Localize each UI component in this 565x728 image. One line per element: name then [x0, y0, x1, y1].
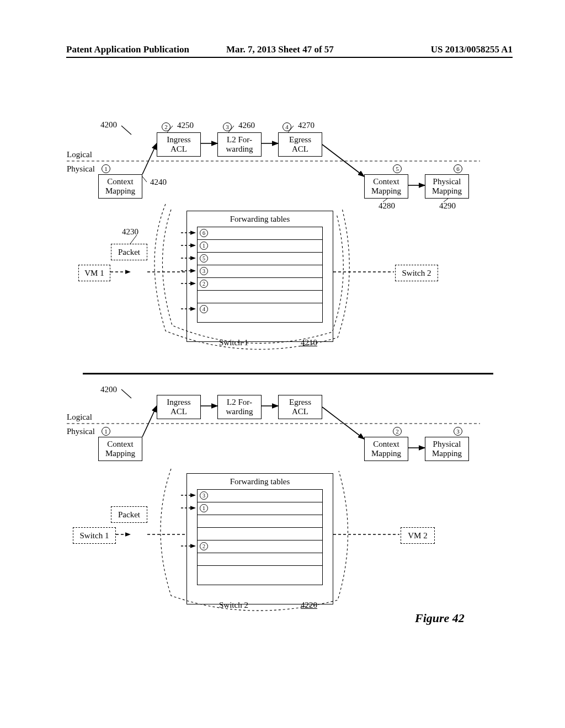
- forwarding-tables-title-top: Forwarding tables: [187, 215, 333, 224]
- packet-box-bottom: Packet: [111, 506, 147, 523]
- header-mid: Mar. 7, 2013 Sheet 47 of 57: [226, 44, 334, 55]
- forwarding-tables-title-bottom: Forwarding tables: [187, 477, 333, 486]
- context-mapping-right-bottom: Context Mapping: [364, 437, 408, 461]
- row-step-icon: 1: [200, 504, 208, 512]
- figure-divider: [83, 373, 493, 374]
- context-mapping-right-top: Context Mapping: [364, 174, 408, 199]
- ref-4250: 4250: [177, 121, 194, 130]
- step-3-circle: 3: [223, 122, 232, 131]
- table-row: [198, 566, 322, 579]
- svg-line-25: [142, 406, 157, 437]
- l2-forwarding-box-top: L2 For- warding: [217, 132, 262, 157]
- step-5-circle-top: 5: [393, 164, 402, 173]
- svg-line-24: [121, 389, 131, 398]
- vm2-box: VM 2: [401, 527, 435, 544]
- svg-line-1: [121, 126, 131, 135]
- step-2-circle-bottom: 2: [393, 427, 402, 436]
- physical-label-top: Physical: [67, 164, 95, 174]
- vm1-box: VM 1: [78, 265, 110, 281]
- table-row: [198, 528, 322, 540]
- ref-4290: 4290: [439, 201, 456, 211]
- switch2-box-top: Switch 2: [395, 265, 438, 281]
- physical-mapping-top: Physical Mapping: [425, 174, 469, 199]
- ref-4260: 4260: [238, 121, 255, 130]
- switch-name-top: Switch 1: [219, 338, 248, 347]
- svg-line-12: [322, 144, 364, 176]
- row-step-icon: 4: [200, 305, 208, 313]
- switch1-box-bottom: Switch 1: [73, 527, 116, 544]
- physical-label-bottom: Physical: [67, 427, 95, 436]
- step-4-circle: 4: [282, 122, 291, 131]
- ref-4270: 4270: [298, 121, 315, 130]
- l2-forwarding-box-bottom: L2 For- warding: [217, 395, 262, 419]
- row-step-icon: 1: [200, 242, 208, 250]
- switch1-box: Forwarding tables 6 1 5 3 2 4 Switch 1 4…: [186, 211, 333, 342]
- step-1-circle-bottom: 1: [102, 427, 110, 436]
- switch-num-bottom: 4220: [301, 601, 317, 610]
- table-row: [198, 291, 322, 303]
- row-step-icon: 3: [200, 491, 208, 500]
- svg-line-5: [142, 176, 147, 182]
- table-row: 2: [198, 540, 322, 553]
- ingress-acl-box-top: Ingress ACL: [157, 132, 201, 157]
- logical-label-bottom: Logical: [67, 413, 92, 422]
- physical-mapping-bottom: Physical Mapping: [425, 437, 469, 461]
- page: Patent Application Publication Mar. 7, 2…: [0, 0, 565, 728]
- row-step-icon: 2: [200, 542, 208, 550]
- ingress-acl-box-bottom: Ingress ACL: [157, 395, 201, 419]
- step-6-circle-top: 6: [454, 164, 462, 173]
- row-step-icon: 3: [200, 267, 208, 275]
- ref-4200-bottom: 4200: [100, 385, 117, 394]
- table-row: 3: [198, 490, 322, 502]
- ref-4230: 4230: [122, 227, 138, 237]
- header-left: Patent Application Publication: [66, 44, 189, 55]
- row-step-icon: 2: [200, 280, 208, 288]
- step-2-circle: 2: [162, 122, 170, 131]
- step-1-circle-top: 1: [102, 164, 110, 173]
- ref-4280: 4280: [379, 201, 395, 211]
- egress-acl-box-bottom: Egress ACL: [278, 395, 322, 419]
- svg-overlay: [0, 0, 565, 728]
- figure-label: Figure 42: [415, 611, 465, 625]
- svg-line-28: [322, 407, 364, 439]
- row-step-icon: 5: [200, 254, 208, 263]
- context-mapping-left-top: Context Mapping: [98, 174, 142, 199]
- switch-num-top: 4210: [301, 338, 317, 347]
- table-row: 4: [198, 303, 322, 316]
- table-row: [198, 553, 322, 566]
- logical-label-top: Logical: [67, 150, 92, 159]
- table-row: [198, 515, 322, 528]
- header-rule: [66, 57, 513, 58]
- svg-line-9: [142, 143, 157, 174]
- table-row: 5: [198, 253, 322, 265]
- table-row: 3: [198, 265, 322, 278]
- table-row: 6: [198, 227, 322, 240]
- context-mapping-left-bottom: Context Mapping: [98, 437, 142, 461]
- switch-name-bottom: Switch 2: [219, 601, 248, 610]
- switch2-box: Forwarding tables 3 1 2 Switch 2 4220: [186, 473, 333, 604]
- header-right: US 2013/0058255 A1: [431, 44, 513, 55]
- forwarding-table-top: 6 1 5 3 2 4: [197, 227, 323, 323]
- step-3-circle-bottom: 3: [454, 427, 462, 436]
- packet-box-top: Packet: [111, 244, 147, 260]
- ref-4200-top: 4200: [100, 120, 117, 130]
- table-row: 1: [198, 240, 322, 253]
- egress-acl-box-top: Egress ACL: [278, 132, 322, 157]
- ref-4240: 4240: [150, 178, 167, 187]
- forwarding-table-bottom: 3 1 2: [197, 489, 323, 585]
- table-row: 2: [198, 278, 322, 291]
- row-step-icon: 6: [200, 229, 208, 237]
- table-row: 1: [198, 502, 322, 515]
